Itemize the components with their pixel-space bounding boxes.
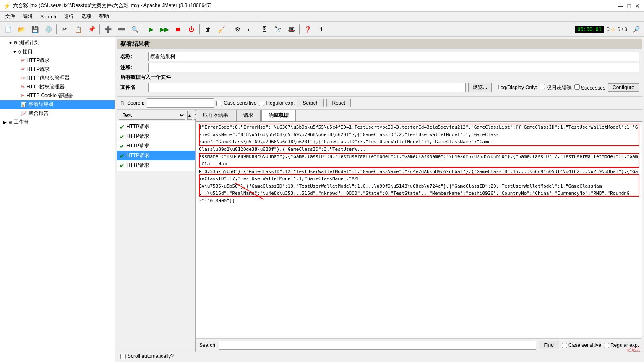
run-button[interactable]: ▶ — [145, 23, 157, 35]
bottom-case-sensitive-checkbox[interactable] — [562, 343, 567, 348]
zoom-button[interactable]: 🔍 — [128, 23, 141, 35]
result-label-4: HTTP请求 — [126, 152, 149, 159]
scroll-auto-checkbox[interactable] — [120, 354, 126, 359]
search-button[interactable]: Search — [297, 99, 324, 107]
expand-button[interactable]: ➕ — [102, 23, 114, 35]
collapse-button[interactable]: ➖ — [115, 23, 128, 35]
tree-item-testplan[interactable]: ▼ ⚙ 测试计划 — [0, 39, 115, 47]
result-item-1[interactable]: ✔ HTTP请求 — [117, 122, 195, 132]
regex-label[interactable]: Regular exp. — [259, 100, 295, 106]
menu-options[interactable]: 选项 — [78, 12, 95, 21]
format-select[interactable]: Text JSON XML HTML Binary CSS Selector T… — [119, 111, 185, 120]
result-item-5[interactable]: ✔ HTTP请求 — [117, 160, 195, 170]
bottom-search-bar: Search: Find Case sensitive Regular exp. — [196, 339, 642, 352]
open-button[interactable]: 📂 — [15, 23, 28, 35]
agent-button[interactable]: 🔭 — [271, 23, 284, 35]
tree-item-http1[interactable]: ✂ HTTP请求 — [0, 56, 115, 65]
scroll-auto-row: Scroll automatically? — [117, 352, 642, 360]
toolbar-sep-1 — [56, 24, 57, 34]
menu-edit[interactable]: 编辑 — [19, 12, 36, 21]
save-button[interactable]: 💾 — [29, 23, 41, 35]
http-cookie-label: HTTP Cookie 管理器 — [26, 92, 73, 99]
tab-sampler-result[interactable]: 取样器结果 — [196, 110, 235, 121]
tree-item-http2[interactable]: ✂ HTTP请求 — [0, 65, 115, 74]
copy-button[interactable]: 📋 — [72, 23, 84, 35]
bottom-regex-checkbox[interactable] — [604, 343, 609, 348]
successes-checkbox[interactable] — [574, 84, 580, 90]
warning-icon: ⚠ — [610, 26, 615, 32]
case-sensitive-checkbox[interactable] — [216, 101, 222, 106]
tree-item-http-auth[interactable]: ✂ HTTP授权管理器 — [0, 83, 115, 91]
tree-item-view-results[interactable]: 📊 察看结果树 — [0, 100, 115, 109]
clear-all-button[interactable]: 🗑 — [201, 23, 214, 35]
results-list: ✔ HTTP请求 ✔ HTTP请求 ✔ HTTP请求 ✔ — [117, 121, 196, 171]
tree-item-http-cookie[interactable]: ✂ HTTP Cookie 管理器 — [0, 91, 115, 100]
menu-file[interactable]: 文件 — [2, 12, 18, 21]
about-button[interactable]: ℹ — [315, 23, 327, 35]
menu-search[interactable]: Search — [37, 13, 60, 21]
scroll-auto-label[interactable]: Scroll automatically? — [128, 353, 174, 359]
browse-button[interactable]: 浏览... — [468, 83, 492, 92]
reset-button[interactable]: Reset — [326, 99, 350, 107]
format-row: Text JSON XML HTML Binary CSS Selector T… — [117, 110, 195, 121]
menu-help[interactable]: 帮助 — [96, 12, 112, 21]
bottom-regex-label[interactable]: Regular exp. — [604, 342, 639, 348]
clear-button[interactable]: 🧹 — [215, 23, 227, 35]
cut-button[interactable]: ✂ — [58, 23, 71, 35]
minimize-button[interactable]: — — [617, 3, 624, 9]
result-icon-1: ✔ — [120, 124, 125, 130]
shutdown-button[interactable]: ⏻ — [185, 23, 198, 35]
bottom-case-sensitive-label[interactable]: Case sensitive — [562, 342, 601, 348]
tab-response-data[interactable]: 响应载据 — [261, 110, 296, 121]
tree-item-http-header[interactable]: ✂ HTTP信息头管理器 — [0, 74, 115, 83]
zoom-out-button[interactable]: 🔎 — [630, 23, 642, 35]
filename-input[interactable] — [148, 83, 466, 92]
name-input[interactable] — [148, 52, 639, 61]
search-input[interactable] — [147, 98, 214, 108]
find-button[interactable]: Find — [539, 341, 559, 349]
db1-button[interactable]: 🗃 — [245, 23, 257, 35]
warning-count: 0 — [607, 26, 610, 32]
db2-button[interactable]: 🗄 — [258, 23, 271, 35]
hat-button[interactable]: 🎩 — [285, 23, 297, 35]
results-list-container: Text JSON XML HTML Binary CSS Selector T… — [117, 110, 196, 352]
http-auth-icon: ✂ — [21, 84, 25, 90]
tree-item-workbench[interactable]: ▶ 🖥 工作台 — [0, 118, 115, 127]
bottom-case-sensitive-text: Case sensitive — [568, 342, 601, 348]
errors-only-checkbox[interactable] — [540, 84, 545, 89]
format-arrow-up[interactable]: ▲ — [187, 111, 192, 120]
result-item-3[interactable]: ✔ HTTP请求 — [117, 141, 195, 151]
regex-checkbox[interactable] — [259, 101, 264, 106]
successes-checkbox-label[interactable]: Successes — [574, 84, 605, 91]
expand-icon-interface: ▼ — [13, 49, 17, 54]
paste-button[interactable]: 📌 — [85, 23, 98, 35]
tree-item-interface[interactable]: ▼ ◇ 接口 — [0, 47, 115, 56]
comment-input[interactable] — [148, 63, 639, 72]
result-item-4[interactable]: ✔ HTTP请求 — [117, 151, 195, 160]
workbench-icon: 🖥 — [8, 120, 12, 125]
json-content-area[interactable]: {"ErrorCode":0,"ErrorMsg":"\u6307\u5b9a\… — [196, 122, 642, 339]
toolbar-right: 00:00:01 0 ⚠ 0 / 3 🔎 — [575, 23, 642, 35]
errors-only-checkbox-label[interactable]: 仅日志错误 — [540, 84, 571, 91]
menu-run[interactable]: 运行 — [60, 12, 77, 21]
tab-request[interactable]: 请求 — [236, 110, 261, 121]
filename-label: 文件名 — [120, 84, 146, 91]
close-button[interactable]: ✕ — [634, 3, 641, 9]
stop-button[interactable]: ⏹ — [172, 23, 184, 35]
sort-icon: ⇅ — [120, 100, 125, 106]
save-as-button[interactable]: 💿 — [42, 23, 55, 35]
case-sensitive-label[interactable]: Case sensitive — [216, 100, 256, 106]
bottom-search-input[interactable] — [219, 341, 536, 350]
run-nopause-button[interactable]: ▶▶ — [158, 23, 171, 35]
result-item-2[interactable]: ✔ HTTP请求 — [117, 132, 195, 141]
new-button[interactable]: 📄 — [2, 23, 14, 35]
configure-button[interactable]: Configure — [608, 83, 639, 92]
vrt-form: 名称: 注释: 所有数据写入一个文件 文件名 浏览... Log/Display… — [117, 49, 642, 97]
maximize-button[interactable]: □ — [626, 3, 632, 9]
tree-item-aggregate[interactable]: 📈 聚合报告 — [0, 109, 115, 118]
help-button[interactable]: ❓ — [301, 23, 314, 35]
main-layout: ▼ ⚙ 测试计划 ▼ ◇ 接口 ✂ HTTP请求 ✂ HTTP请求 ✂ HTTP… — [0, 37, 644, 362]
name-row: 名称: — [120, 52, 639, 61]
json-text: {"ErrorCode":0,"ErrorMsg":"\u6307\u5b9a\… — [199, 124, 639, 205]
func-test-button[interactable]: ⚙ — [231, 23, 244, 35]
